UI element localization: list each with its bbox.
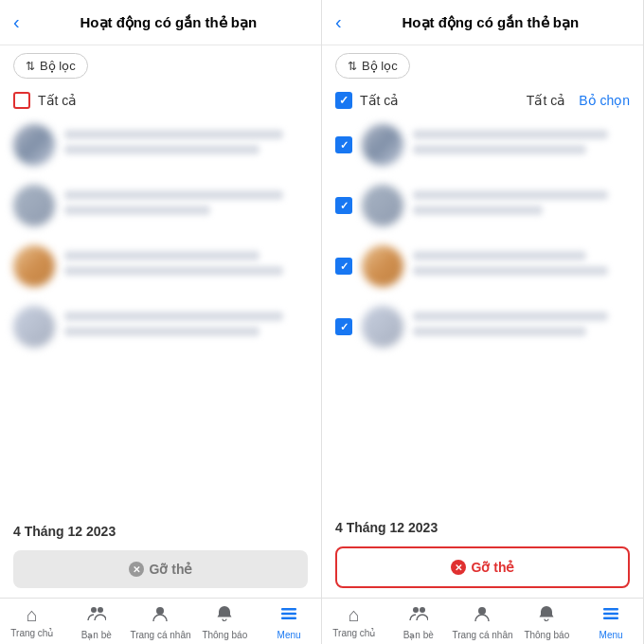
text-content bbox=[64, 312, 308, 342]
avatar bbox=[13, 306, 55, 348]
remove-icon: ✕ bbox=[129, 562, 144, 577]
nav-label-notifications: Thông báo bbox=[202, 630, 247, 640]
profile-icon bbox=[151, 604, 170, 628]
left-date-section: 4 Tháng 12 2023 bbox=[0, 514, 321, 543]
left-back-button[interactable]: ‹ bbox=[13, 11, 20, 33]
text-line bbox=[64, 312, 283, 321]
bell-icon-right bbox=[537, 604, 556, 628]
avatar bbox=[362, 124, 403, 166]
table-row bbox=[322, 115, 643, 175]
svg-point-7 bbox=[420, 607, 425, 613]
right-nav-label-friends: Bạn bè bbox=[403, 630, 434, 640]
right-nav-item-notifications[interactable]: Thông báo bbox=[514, 604, 579, 640]
right-nav-item-menu[interactable]: Menu bbox=[579, 604, 643, 640]
svg-rect-5 bbox=[281, 617, 296, 620]
right-nav-label-menu: Menu bbox=[599, 630, 623, 640]
avatar bbox=[13, 185, 55, 226]
nav-item-menu[interactable]: Menu bbox=[257, 604, 321, 640]
right-nav-item-profile[interactable]: Trang cá nhân bbox=[451, 604, 515, 640]
select-all-center: Tất cả bbox=[335, 92, 527, 109]
text-line bbox=[64, 327, 259, 336]
nav-label-home: Trang chủ bbox=[10, 628, 53, 638]
text-line bbox=[64, 145, 259, 154]
bell-icon bbox=[215, 604, 234, 628]
table-row bbox=[322, 296, 643, 357]
right-select-all-row[interactable]: Tất cả Tất cả Bỏ chọn bbox=[322, 86, 643, 115]
text-line bbox=[413, 251, 586, 260]
text-line bbox=[64, 190, 283, 200]
svg-rect-3 bbox=[281, 608, 296, 611]
menu-icon bbox=[279, 604, 298, 628]
left-header: ‹ Hoạt động có gắn thẻ bạn bbox=[0, 0, 321, 45]
text-line bbox=[413, 206, 543, 215]
right-tat-ca-label: Tất cả bbox=[527, 93, 565, 108]
text-content bbox=[413, 251, 630, 281]
table-row bbox=[0, 115, 321, 175]
right-nav-label-profile: Trang cá nhân bbox=[452, 630, 512, 640]
right-panel: ‹ Hoạt động có gắn thẻ bạn ⇅ Bộ lọc Tất … bbox=[322, 0, 644, 644]
filter-icon-right: ⇅ bbox=[348, 60, 357, 73]
right-remove-button[interactable]: ✕ Gỡ thẻ bbox=[335, 546, 630, 588]
right-bottom-nav: ⌂ Trang chủ Bạn bè Trang cá nhân bbox=[322, 598, 643, 644]
table-row bbox=[322, 175, 643, 236]
right-nav-label-home: Trang chủ bbox=[332, 628, 375, 638]
text-line bbox=[64, 251, 259, 260]
nav-label-friends: Bạn bè bbox=[81, 630, 112, 640]
avatar bbox=[13, 124, 55, 166]
svg-point-2 bbox=[156, 607, 164, 615]
left-filter-label: Bộ lọc bbox=[40, 59, 76, 73]
right-deselect-button[interactable]: Bỏ chọn bbox=[579, 93, 630, 108]
svg-point-8 bbox=[478, 607, 486, 615]
item-checkbox-2[interactable] bbox=[335, 197, 352, 214]
left-activity-list bbox=[0, 115, 321, 514]
item-checkbox-4[interactable] bbox=[335, 318, 352, 335]
svg-rect-10 bbox=[603, 613, 618, 616]
svg-rect-9 bbox=[603, 608, 618, 611]
right-select-all-label: Tất cả bbox=[360, 93, 399, 108]
left-remove-button[interactable]: ✕ Gỡ thẻ bbox=[13, 550, 308, 588]
friends-icon bbox=[87, 604, 106, 628]
item-checkbox-3[interactable] bbox=[335, 258, 352, 275]
right-nav-item-friends[interactable]: Bạn bè bbox=[386, 604, 451, 640]
nav-item-notifications[interactable]: Thông báo bbox=[192, 604, 257, 640]
left-filter-bar: ⇅ Bộ lọc bbox=[0, 45, 321, 86]
svg-rect-11 bbox=[603, 617, 618, 620]
text-line bbox=[64, 266, 283, 276]
nav-label-profile: Trang cá nhân bbox=[130, 630, 190, 640]
right-filter-button[interactable]: ⇅ Bộ lọc bbox=[335, 53, 410, 79]
right-back-button[interactable]: ‹ bbox=[335, 11, 342, 33]
filter-icon: ⇅ bbox=[26, 60, 35, 73]
menu-icon-right bbox=[601, 604, 620, 628]
text-line bbox=[64, 206, 210, 215]
right-nav-label-notifications: Thông báo bbox=[524, 630, 569, 640]
svg-point-6 bbox=[413, 607, 419, 613]
right-header: ‹ Hoạt động có gắn thẻ bạn bbox=[322, 0, 643, 45]
right-nav-item-home[interactable]: ⌂ Trang chủ bbox=[322, 604, 386, 640]
text-line bbox=[413, 312, 608, 321]
friends-icon-right bbox=[409, 604, 428, 628]
text-line bbox=[413, 327, 586, 336]
home-icon-right: ⌂ bbox=[349, 604, 360, 626]
right-header-title: Hoạt động có gắn thẻ bạn bbox=[351, 14, 630, 31]
text-content bbox=[64, 251, 308, 281]
remove-icon-right: ✕ bbox=[451, 560, 466, 575]
table-row bbox=[0, 175, 321, 236]
nav-item-profile[interactable]: Trang cá nhân bbox=[129, 604, 193, 640]
text-content bbox=[413, 190, 630, 221]
text-content bbox=[413, 312, 630, 342]
text-content bbox=[64, 130, 308, 160]
nav-item-home[interactable]: ⌂ Trang chủ bbox=[0, 604, 64, 640]
text-line bbox=[413, 266, 608, 276]
svg-point-0 bbox=[91, 607, 97, 613]
nav-label-menu: Menu bbox=[277, 630, 301, 640]
left-select-all-row[interactable]: Tất cả bbox=[0, 86, 321, 115]
right-select-all-checkbox[interactable] bbox=[335, 92, 352, 109]
item-checkbox-1[interactable] bbox=[335, 136, 352, 153]
avatar bbox=[362, 245, 403, 287]
left-select-all-checkbox[interactable] bbox=[13, 92, 30, 109]
left-filter-button[interactable]: ⇅ Bộ lọc bbox=[13, 53, 88, 79]
nav-item-friends[interactable]: Bạn bè bbox=[64, 604, 129, 640]
right-activity-list bbox=[322, 115, 643, 510]
text-line bbox=[413, 145, 586, 154]
left-panel: ‹ Hoạt động có gắn thẻ bạn ⇅ Bộ lọc Tất … bbox=[0, 0, 322, 644]
